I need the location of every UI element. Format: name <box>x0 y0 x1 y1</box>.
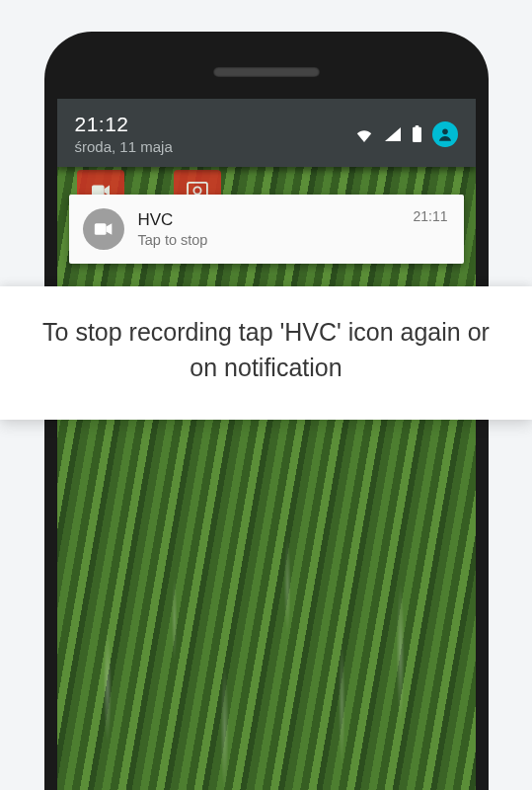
svg-rect-4 <box>415 125 418 128</box>
svg-rect-3 <box>413 126 421 141</box>
status-date: środa, 11 maja <box>75 138 173 155</box>
svg-point-5 <box>442 128 448 134</box>
svg-rect-6 <box>94 223 106 235</box>
battery-icon <box>412 125 422 143</box>
cell-signal-icon <box>384 126 402 142</box>
svg-point-2 <box>193 187 200 194</box>
status-clock: 21:12 <box>75 113 173 136</box>
notification-subtitle: Tap to stop <box>138 232 414 248</box>
notification-shade-header[interactable]: 21:12 środa, 11 maja <box>57 99 476 167</box>
instruction-caption: To stop recording tap 'HVC' icon again o… <box>0 286 532 420</box>
status-icons <box>354 121 458 147</box>
speaker-slit <box>213 67 320 77</box>
profile-avatar-icon[interactable] <box>432 121 458 147</box>
notification-card[interactable]: HVC Tap to stop 21:11 <box>69 195 464 264</box>
notification-timestamp: 21:11 <box>413 208 447 224</box>
notification-title: HVC <box>138 210 414 230</box>
wifi-icon <box>354 126 374 142</box>
camcorder-icon <box>83 208 124 250</box>
screen: 21:12 środa, 11 maja <box>57 99 476 790</box>
